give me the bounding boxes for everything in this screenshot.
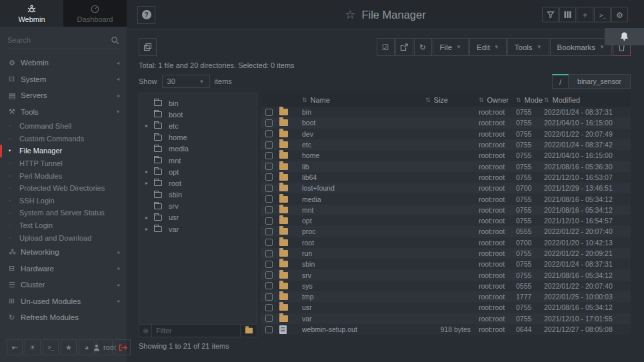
table-row[interactable]: lib64 root:root 0755 2021/12/10 - 16:53:… [261,172,631,183]
file-name[interactable]: proc [302,227,425,235]
file-name[interactable]: lib [302,163,425,171]
column-owner[interactable]: Owner [487,96,509,104]
sidebar-item-upload-and-download[interactable]: Upload and Download [0,231,127,244]
table-row[interactable]: mnt root:root 0755 2021/08/16 - 05:34:12 [261,205,631,215]
table-row[interactable]: dev root:root 0755 2022/01/22 - 20:07:49 [261,129,631,139]
sidebar-item-file-manager[interactable]: File Manager [0,145,127,157]
bookmarks-menu-button[interactable]: Bookmarks ▼ [550,38,612,56]
table-row[interactable]: lib root:root 0755 2021/08/16 - 05:36:30 [261,161,631,171]
sort-icon[interactable]: ⇅ [425,97,431,103]
breadcrumb-current[interactable]: binary_sensor [569,74,631,89]
file-name[interactable]: srv [302,271,425,279]
table-row[interactable]: run root:root 0755 2022/01/22 - 20:09:21 [261,248,631,259]
file-name[interactable]: lost+found [302,184,425,192]
column-modified[interactable]: Modified [553,96,581,104]
favorites-button[interactable]: ★ [61,339,77,355]
caret-right-icon[interactable]: ▸ [145,226,154,232]
notifications-panel[interactable] [605,28,644,45]
table-row[interactable]: boot root:root 0755 2021/04/10 - 16:15:0… [261,117,631,128]
table-row[interactable]: var root:root 0755 2021/12/10 - 17:01:55 [261,313,631,324]
caret-right-icon[interactable]: ▸ [145,180,154,186]
tree-filter-input[interactable] [151,325,240,337]
language-button[interactable]: ◕ [79,339,95,355]
table-row[interactable]: root root:root 0700 2022/01/20 - 10:42:1… [261,237,631,248]
share-button[interactable] [395,38,413,56]
file-name[interactable]: opt [302,217,425,225]
file-name[interactable]: run [302,249,425,257]
table-row[interactable]: webmin-setup.out 918 bytes root:root 064… [261,324,631,335]
table-row[interactable]: bin root:root 0755 2022/01/24 - 08:37:31 [261,107,631,117]
table-row[interactable]: sys root:root 0555 2022/01/22 - 20:07:40 [261,281,631,291]
tree-item-bin[interactable]: bin [139,97,257,109]
tree-item-sbin[interactable]: sbin [139,189,257,201]
row-checkbox[interactable] [265,109,273,116]
table-row[interactable]: opt root:root 0755 2021/12/10 - 16:54:57 [261,215,631,226]
filter-modules-button[interactable] [542,7,559,23]
tree-item-srv[interactable]: srv [139,201,257,212]
file-name[interactable]: lib64 [302,173,425,181]
tree-folder-button[interactable] [240,325,257,337]
sidebar-item-un-used-modules[interactable]: ⊞ Un-used Modules ◂ [0,293,127,309]
tree-item-mnt[interactable]: mnt [139,155,257,166]
row-checkbox[interactable] [265,326,273,333]
row-checkbox[interactable] [265,185,273,192]
tab-webmin[interactable]: Webmin [0,0,63,27]
sidebar-item-refresh-modules[interactable]: ↻ Refresh Modules [0,309,127,326]
sidebar-item-cluster[interactable]: ☰ Cluster ◂ [0,277,127,293]
row-checkbox[interactable] [265,228,273,235]
tools-menu-button[interactable]: Tools ▼ [507,38,549,56]
row-checkbox[interactable] [265,293,273,301]
file-name[interactable]: tmp [302,293,425,301]
caret-right-icon[interactable]: ▸ [145,169,154,175]
sort-icon[interactable]: ⇅ [302,97,307,103]
row-checkbox[interactable] [265,141,273,149]
row-checkbox[interactable] [265,239,273,246]
tree-item-root[interactable]: ▸ root [139,177,257,189]
tree-item-home[interactable]: home [139,132,257,143]
search-input[interactable] [7,36,111,44]
breadcrumb-root[interactable]: / [552,74,569,89]
terminal-button[interactable]: >_ [594,7,611,23]
caret-right-icon[interactable]: ▸ [145,215,154,221]
column-mode[interactable]: Mode [525,96,543,104]
row-checkbox[interactable] [265,250,273,257]
table-row[interactable]: media root:root 0755 2021/08/16 - 05:34:… [261,193,631,204]
sidebar-item-hardware[interactable]: ⊟ Hardware ◂ [0,260,127,277]
table-row[interactable]: proc root:root 0555 2022/01/22 - 20:07:4… [261,226,631,237]
file-name[interactable]: home [302,151,425,159]
collapse-sidebar-button[interactable]: ⇤ [7,339,23,355]
file-name[interactable]: webmin-setup.out [302,325,425,333]
column-size[interactable]: Size [434,96,448,104]
table-row[interactable]: usr root:root 0755 2021/08/16 - 05:34:12 [261,302,631,313]
page-size-select[interactable]: 30 ▼ [162,75,210,88]
file-name[interactable]: usr [302,303,425,311]
row-checkbox[interactable] [265,261,273,268]
column-name[interactable]: Name [311,96,330,104]
clear-filter-icon[interactable]: ⊗ [143,327,149,335]
sidebar-item-perl-modules[interactable]: Perl Modules [0,169,127,182]
sidebar-item-text-login[interactable]: Text Login [0,219,127,232]
sidebar-item-webmin[interactable]: ⚙ Webmin ◂ [0,55,127,71]
sort-icon[interactable]: ⇅ [544,97,549,103]
file-name[interactable]: boot [302,119,425,127]
file-name[interactable]: mnt [302,206,425,214]
row-checkbox[interactable] [265,315,273,322]
sidebar-item-networking[interactable]: ⁂ Networking ◂ [0,244,127,261]
row-checkbox[interactable] [265,119,273,127]
row-checkbox[interactable] [265,282,273,289]
search-icon[interactable] [111,36,119,45]
favorite-star-icon[interactable]: ☆ [345,7,355,22]
sidebar-item-system[interactable]: ⊡ System ◂ [0,71,127,88]
paste-buffer-button[interactable] [139,38,157,56]
edit-menu-button[interactable]: Edit ▼ [469,38,507,56]
table-row[interactable]: lost+found root:root 0700 2021/12/29 - 1… [261,183,631,193]
select-all-button[interactable]: ☑ [377,38,395,56]
sort-icon[interactable]: ⇅ [479,97,484,103]
tree-item-usr[interactable]: ▸ usr [139,212,257,223]
caret-right-icon[interactable]: ▸ [145,123,154,129]
file-name[interactable]: bin [302,108,425,116]
row-checkbox[interactable] [265,130,273,137]
logout-button[interactable] [115,339,131,355]
row-checkbox[interactable] [265,173,273,181]
row-checkbox[interactable] [265,152,273,159]
